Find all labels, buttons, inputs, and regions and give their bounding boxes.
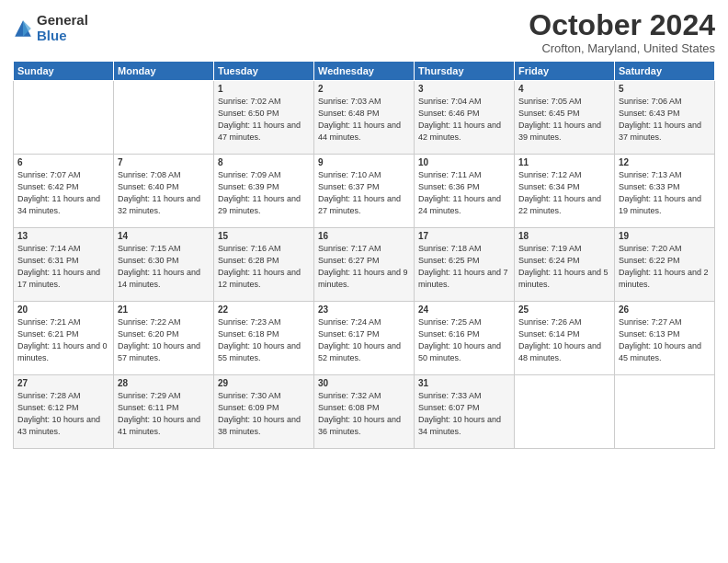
calendar-cell: 3Sunrise: 7:04 AM Sunset: 6:46 PM Daylig…: [415, 81, 515, 155]
calendar-cell: 23Sunrise: 7:24 AM Sunset: 6:17 PM Dayli…: [314, 302, 415, 375]
day-number: 29: [218, 378, 310, 388]
title-block: October 2024 Crofton, Maryland, United S…: [529, 9, 715, 55]
day-number: 13: [17, 231, 109, 241]
calendar-cell: 27Sunrise: 7:28 AM Sunset: 6:12 PM Dayli…: [14, 375, 114, 449]
cell-content: Sunrise: 7:18 AM Sunset: 6:25 PM Dayligh…: [418, 243, 510, 291]
calendar-cell: 13Sunrise: 7:14 AM Sunset: 6:31 PM Dayli…: [14, 228, 114, 302]
logo-blue: Blue: [37, 29, 88, 44]
calendar-cell: 21Sunrise: 7:22 AM Sunset: 6:20 PM Dayli…: [114, 302, 214, 375]
col-tuesday: Tuesday: [214, 62, 314, 81]
day-number: 28: [118, 378, 210, 388]
cell-content: Sunrise: 7:09 AM Sunset: 6:39 PM Dayligh…: [218, 169, 310, 217]
calendar-body: 1Sunrise: 7:02 AM Sunset: 6:50 PM Daylig…: [14, 81, 715, 449]
day-number: 8: [218, 157, 310, 167]
day-number: 24: [418, 304, 510, 315]
calendar-cell: 17Sunrise: 7:18 AM Sunset: 6:25 PM Dayli…: [415, 228, 515, 302]
calendar-table: Sunday Monday Tuesday Wednesday Thursday…: [13, 61, 715, 449]
day-number: 12: [619, 157, 711, 167]
cell-content: Sunrise: 7:15 AM Sunset: 6:30 PM Dayligh…: [118, 243, 210, 291]
cell-content: Sunrise: 7:22 AM Sunset: 6:20 PM Dayligh…: [118, 316, 210, 364]
cell-content: Sunrise: 7:27 AM Sunset: 6:13 PM Dayligh…: [619, 316, 711, 364]
cell-content: Sunrise: 7:28 AM Sunset: 6:12 PM Dayligh…: [17, 390, 109, 438]
calendar-cell: 14Sunrise: 7:15 AM Sunset: 6:30 PM Dayli…: [114, 228, 214, 302]
cell-content: Sunrise: 7:26 AM Sunset: 6:14 PM Dayligh…: [518, 316, 610, 364]
calendar-cell: 26Sunrise: 7:27 AM Sunset: 6:13 PM Dayli…: [615, 302, 715, 375]
cell-content: Sunrise: 7:16 AM Sunset: 6:28 PM Dayligh…: [218, 243, 310, 291]
calendar-cell: 7Sunrise: 7:08 AM Sunset: 6:40 PM Daylig…: [114, 155, 214, 228]
day-number: 30: [318, 378, 410, 388]
calendar-cell: [14, 81, 114, 155]
col-wednesday: Wednesday: [314, 62, 415, 81]
calendar-week-row: 13Sunrise: 7:14 AM Sunset: 6:31 PM Dayli…: [14, 228, 715, 302]
cell-content: Sunrise: 7:10 AM Sunset: 6:37 PM Dayligh…: [318, 169, 410, 217]
calendar-cell: 20Sunrise: 7:21 AM Sunset: 6:21 PM Dayli…: [14, 302, 114, 375]
calendar-cell: 12Sunrise: 7:13 AM Sunset: 6:33 PM Dayli…: [615, 155, 715, 228]
calendar-cell: 22Sunrise: 7:23 AM Sunset: 6:18 PM Dayli…: [214, 302, 314, 375]
cell-content: Sunrise: 7:19 AM Sunset: 6:24 PM Dayligh…: [518, 243, 610, 291]
day-number: 16: [318, 231, 410, 241]
calendar-cell: 16Sunrise: 7:17 AM Sunset: 6:27 PM Dayli…: [314, 228, 415, 302]
calendar-cell: 18Sunrise: 7:19 AM Sunset: 6:24 PM Dayli…: [515, 228, 615, 302]
day-number: 4: [518, 84, 610, 94]
location-subtitle: Crofton, Maryland, United States: [529, 41, 715, 55]
calendar-week-row: 27Sunrise: 7:28 AM Sunset: 6:12 PM Dayli…: [14, 375, 715, 449]
day-number: 25: [518, 304, 610, 315]
calendar-week-row: 20Sunrise: 7:21 AM Sunset: 6:21 PM Dayli…: [14, 302, 715, 375]
cell-content: Sunrise: 7:12 AM Sunset: 6:34 PM Dayligh…: [518, 169, 610, 217]
day-number: 20: [17, 304, 109, 315]
cell-content: Sunrise: 7:04 AM Sunset: 6:46 PM Dayligh…: [418, 96, 510, 144]
day-number: 21: [118, 304, 210, 315]
calendar-cell: 28Sunrise: 7:29 AM Sunset: 6:11 PM Dayli…: [114, 375, 214, 449]
calendar-cell: [615, 375, 715, 449]
calendar-cell: 6Sunrise: 7:07 AM Sunset: 6:42 PM Daylig…: [14, 155, 114, 228]
calendar-cell: 4Sunrise: 7:05 AM Sunset: 6:45 PM Daylig…: [515, 81, 615, 155]
cell-content: Sunrise: 7:23 AM Sunset: 6:18 PM Dayligh…: [218, 316, 310, 364]
day-number: 10: [418, 157, 510, 167]
header-row: Sunday Monday Tuesday Wednesday Thursday…: [14, 62, 715, 81]
cell-content: Sunrise: 7:03 AM Sunset: 6:48 PM Dayligh…: [318, 96, 410, 144]
calendar-week-row: 6Sunrise: 7:07 AM Sunset: 6:42 PM Daylig…: [14, 155, 715, 228]
header: General Blue October 2024 Crofton, Maryl…: [13, 9, 715, 55]
day-number: 6: [17, 157, 109, 167]
month-title: October 2024: [529, 9, 715, 41]
calendar-cell: 29Sunrise: 7:30 AM Sunset: 6:09 PM Dayli…: [214, 375, 314, 449]
calendar-cell: 9Sunrise: 7:10 AM Sunset: 6:37 PM Daylig…: [314, 155, 415, 228]
calendar-cell: 30Sunrise: 7:32 AM Sunset: 6:08 PM Dayli…: [314, 375, 415, 449]
calendar-cell: 25Sunrise: 7:26 AM Sunset: 6:14 PM Dayli…: [515, 302, 615, 375]
calendar-cell: 11Sunrise: 7:12 AM Sunset: 6:34 PM Dayli…: [515, 155, 615, 228]
calendar-cell: 24Sunrise: 7:25 AM Sunset: 6:16 PM Dayli…: [415, 302, 515, 375]
day-number: 19: [619, 231, 711, 241]
calendar-cell: 15Sunrise: 7:16 AM Sunset: 6:28 PM Dayli…: [214, 228, 314, 302]
col-monday: Monday: [114, 62, 214, 81]
cell-content: Sunrise: 7:20 AM Sunset: 6:22 PM Dayligh…: [619, 243, 711, 291]
col-friday: Friday: [515, 62, 615, 81]
day-number: 9: [318, 157, 410, 167]
page: General Blue October 2024 Crofton, Maryl…: [0, 0, 728, 563]
calendar-header: Sunday Monday Tuesday Wednesday Thursday…: [14, 62, 715, 81]
cell-content: Sunrise: 7:05 AM Sunset: 6:45 PM Dayligh…: [518, 96, 610, 144]
cell-content: Sunrise: 7:13 AM Sunset: 6:33 PM Dayligh…: [619, 169, 711, 217]
day-number: 7: [118, 157, 210, 167]
col-sunday: Sunday: [14, 62, 114, 81]
cell-content: Sunrise: 7:14 AM Sunset: 6:31 PM Dayligh…: [17, 243, 109, 291]
day-number: 15: [218, 231, 310, 241]
day-number: 22: [218, 304, 310, 315]
calendar-cell: 2Sunrise: 7:03 AM Sunset: 6:48 PM Daylig…: [314, 81, 415, 155]
day-number: 2: [318, 84, 410, 94]
cell-content: Sunrise: 7:32 AM Sunset: 6:08 PM Dayligh…: [318, 390, 410, 438]
calendar-cell: 1Sunrise: 7:02 AM Sunset: 6:50 PM Daylig…: [214, 81, 314, 155]
col-saturday: Saturday: [615, 62, 715, 81]
calendar-week-row: 1Sunrise: 7:02 AM Sunset: 6:50 PM Daylig…: [14, 81, 715, 155]
day-number: 14: [118, 231, 210, 241]
calendar-cell: 19Sunrise: 7:20 AM Sunset: 6:22 PM Dayli…: [615, 228, 715, 302]
logo-icon: [13, 18, 33, 39]
cell-content: Sunrise: 7:29 AM Sunset: 6:11 PM Dayligh…: [118, 390, 210, 438]
day-number: 26: [619, 304, 711, 315]
logo-text: General Blue: [37, 13, 88, 43]
cell-content: Sunrise: 7:02 AM Sunset: 6:50 PM Dayligh…: [218, 96, 310, 144]
logo-general: General: [37, 13, 88, 29]
cell-content: Sunrise: 7:07 AM Sunset: 6:42 PM Dayligh…: [17, 169, 109, 217]
day-number: 3: [418, 84, 510, 94]
cell-content: Sunrise: 7:06 AM Sunset: 6:43 PM Dayligh…: [619, 96, 711, 144]
day-number: 31: [418, 378, 510, 388]
